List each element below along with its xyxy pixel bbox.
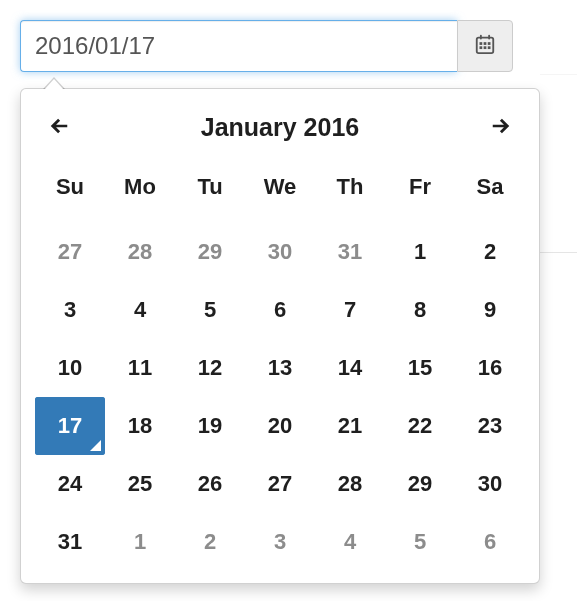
calendar-header: January 2016 (35, 103, 525, 151)
weekday-label: We (245, 159, 315, 215)
svg-rect-3 (480, 42, 483, 45)
day-cell[interactable]: 30 (455, 455, 525, 513)
day-cell[interactable]: 31 (35, 513, 105, 571)
prev-month-button[interactable] (35, 104, 83, 150)
day-cell[interactable]: 7 (315, 281, 385, 339)
weekday-label: Th (315, 159, 385, 215)
svg-rect-6 (480, 46, 483, 49)
day-cell[interactable]: 14 (315, 339, 385, 397)
svg-rect-1 (480, 35, 482, 40)
next-month-button[interactable] (477, 104, 525, 150)
weekday-label: Su (35, 159, 105, 215)
days-grid: 2728293031123456789101112131415161718192… (35, 223, 525, 571)
day-cell[interactable]: 3 (245, 513, 315, 571)
day-cell[interactable]: 5 (175, 281, 245, 339)
day-cell[interactable]: 27 (245, 455, 315, 513)
day-cell[interactable]: 29 (175, 223, 245, 281)
weekday-label: Fr (385, 159, 455, 215)
day-cell[interactable]: 19 (175, 397, 245, 455)
day-cell[interactable]: 21 (315, 397, 385, 455)
date-input[interactable] (20, 20, 457, 72)
day-cell[interactable]: 10 (35, 339, 105, 397)
day-cell[interactable]: 3 (35, 281, 105, 339)
day-cell[interactable]: 1 (105, 513, 175, 571)
day-cell-selected[interactable]: 17 (35, 397, 105, 455)
svg-rect-5 (488, 42, 491, 45)
day-cell[interactable]: 18 (105, 397, 175, 455)
weekday-row: Su Mo Tu We Th Fr Sa (35, 159, 525, 215)
day-cell[interactable]: 9 (455, 281, 525, 339)
day-cell[interactable]: 13 (245, 339, 315, 397)
day-cell[interactable]: 29 (385, 455, 455, 513)
day-cell[interactable]: 28 (315, 455, 385, 513)
day-cell[interactable]: 16 (455, 339, 525, 397)
calendar-toggle-button[interactable] (457, 20, 513, 72)
divider (540, 252, 577, 253)
day-cell[interactable]: 23 (455, 397, 525, 455)
weekday-label: Mo (105, 159, 175, 215)
day-cell[interactable]: 26 (175, 455, 245, 513)
day-cell[interactable]: 20 (245, 397, 315, 455)
date-input-group (20, 20, 513, 72)
day-cell[interactable]: 5 (385, 513, 455, 571)
svg-rect-7 (484, 46, 487, 49)
day-cell[interactable]: 25 (105, 455, 175, 513)
weekday-label: Sa (455, 159, 525, 215)
day-cell[interactable]: 4 (315, 513, 385, 571)
day-cell[interactable]: 6 (455, 513, 525, 571)
day-cell[interactable]: 27 (35, 223, 105, 281)
arrow-right-icon (490, 115, 512, 140)
arrow-left-icon (48, 115, 70, 140)
datepicker-popover: January 2016 Su Mo Tu We Th Fr Sa 272829… (20, 88, 540, 584)
day-cell[interactable]: 28 (105, 223, 175, 281)
weekday-label: Tu (175, 159, 245, 215)
day-cell[interactable]: 31 (315, 223, 385, 281)
calendar-icon (474, 33, 496, 59)
day-cell[interactable]: 22 (385, 397, 455, 455)
day-cell[interactable]: 4 (105, 281, 175, 339)
svg-rect-2 (488, 35, 490, 40)
svg-rect-4 (484, 42, 487, 45)
day-cell[interactable]: 11 (105, 339, 175, 397)
day-cell[interactable]: 8 (385, 281, 455, 339)
day-cell[interactable]: 1 (385, 223, 455, 281)
svg-rect-8 (488, 46, 491, 49)
day-cell[interactable]: 15 (385, 339, 455, 397)
day-cell[interactable]: 6 (245, 281, 315, 339)
day-cell[interactable]: 12 (175, 339, 245, 397)
day-cell[interactable]: 2 (175, 513, 245, 571)
svg-rect-0 (477, 38, 494, 54)
day-cell[interactable]: 2 (455, 223, 525, 281)
calendar-title[interactable]: January 2016 (83, 113, 477, 142)
divider (540, 74, 577, 75)
day-cell[interactable]: 24 (35, 455, 105, 513)
day-cell[interactable]: 30 (245, 223, 315, 281)
